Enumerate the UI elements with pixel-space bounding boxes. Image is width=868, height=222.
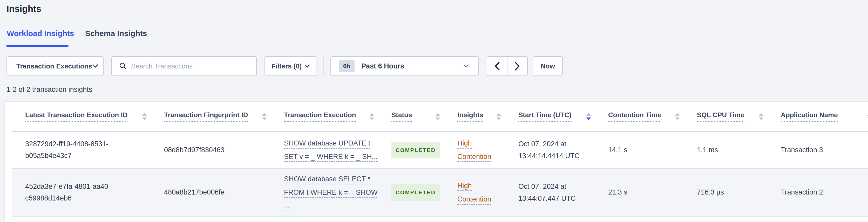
- cell-contention-time: 21.3 s: [595, 187, 684, 198]
- time-range-label: Past 6 Hours: [361, 62, 464, 70]
- transaction-execution-link[interactable]: SHOW database UPDATE t SET v = _ WHERE k…: [271, 136, 378, 163]
- insight-link[interactable]: High Contention: [457, 179, 498, 206]
- cell-execution-id: 452da3e7-e7fa-4801-aa40- c59988d14eb6: [12, 181, 151, 204]
- column-header-status[interactable]: Status: [378, 102, 444, 131]
- chevron-down-icon: [305, 65, 310, 68]
- page-title: Insights: [6, 4, 41, 14]
- cell-insights: High Contention: [444, 179, 505, 206]
- tab-schema-insights[interactable]: Schema Insights: [85, 29, 147, 38]
- chevron-down-icon: [464, 64, 469, 68]
- sort-arrows-icon: [370, 113, 374, 120]
- previous-range-button[interactable]: [487, 56, 507, 76]
- table-header-row: Latest Transaction Execution ID Transact…: [12, 102, 868, 132]
- sort-arrows-icon: [759, 113, 764, 120]
- active-tab-indicator: [6, 45, 68, 47]
- cell-start-time: Oct 07, 2024 at 13:44:07.447 UTC: [505, 181, 595, 204]
- sort-arrows-icon: [497, 113, 501, 120]
- results-summary: 1-2 of 2 transaction insights: [6, 86, 92, 94]
- insights-table-card: Latest Transaction Execution ID Transact…: [4, 101, 868, 222]
- cell-application-name: Transaction 3: [768, 144, 868, 156]
- cell-start-time: Oct 07, 2024 at 13:44:14.4414 UTC: [505, 138, 595, 162]
- now-button[interactable]: Now: [533, 56, 563, 76]
- cell-sql-cpu-time: 1.1 ms: [684, 144, 768, 156]
- table-row: 452da3e7-e7fa-4801-aa40- c59988d14eb6 48…: [12, 168, 868, 217]
- search-input[interactable]: [131, 62, 250, 70]
- cell-application-name: Transaction 2: [768, 187, 868, 198]
- status-badge: COMPLETED: [392, 141, 440, 158]
- chevron-right-icon: [515, 62, 520, 70]
- column-header-start-time[interactable]: Start Time (UTC): [505, 102, 595, 131]
- next-range-button[interactable]: [507, 56, 528, 76]
- time-range-arrows: [487, 56, 528, 76]
- column-header-sql-cpu-time[interactable]: SQL CPU Time: [684, 102, 768, 131]
- table-row: 328729d2-ff19-4408-8531- b05a5b4e43c7 08…: [12, 132, 868, 168]
- cell-insights: High Contention: [444, 136, 505, 163]
- time-range-picker[interactable]: 6h Past 6 Hours: [331, 56, 478, 76]
- toolbar-divider: [323, 56, 324, 76]
- cell-sql-cpu-time: 716.3 µs: [684, 187, 768, 198]
- cell-fingerprint-id: 480a8b217be006fe: [151, 187, 271, 198]
- time-range-badge: 6h: [339, 60, 354, 72]
- sort-arrows-icon: [675, 113, 680, 120]
- now-button-label: Now: [541, 62, 555, 70]
- column-header-transaction-fingerprint-id[interactable]: Transaction Fingerprint ID: [151, 102, 271, 131]
- transaction-type-dropdown[interactable]: Transaction Executions: [6, 56, 103, 76]
- sort-arrows-icon: [262, 113, 267, 120]
- column-header-contention-time[interactable]: Contention Time: [595, 102, 684, 131]
- search-icon: [119, 62, 127, 70]
- insight-link[interactable]: High Contention: [457, 136, 498, 163]
- cell-execution-id: 328729d2-ff19-4408-8531- b05a5b4e43c7: [12, 138, 151, 162]
- chevron-down-icon: [92, 64, 98, 68]
- sort-arrows-icon: [142, 113, 147, 120]
- status-badge: COMPLETED: [392, 184, 440, 201]
- cell-status: COMPLETED: [378, 184, 444, 201]
- transaction-execution-link[interactable]: SHOW database SELECT * FROM t WHERE k = …: [271, 172, 378, 213]
- chevron-left-icon: [494, 62, 500, 70]
- cell-contention-time: 14.1 s: [595, 144, 684, 156]
- column-header-transaction-execution[interactable]: Transaction Execution: [271, 102, 378, 131]
- sort-arrows-icon: [436, 113, 440, 120]
- tabs-divider: [6, 45, 868, 46]
- column-header-latest-transaction-execution-id[interactable]: Latest Transaction Execution ID: [12, 102, 151, 131]
- search-container: [111, 56, 257, 76]
- filters-button-label: Filters (0): [271, 62, 302, 70]
- column-header-insights[interactable]: Insights: [444, 102, 505, 131]
- filters-button[interactable]: Filters (0): [265, 56, 316, 76]
- column-header-application-name[interactable]: Application Name: [768, 102, 868, 131]
- cell-fingerprint-id: 08d8b7d97f830463: [151, 144, 271, 156]
- tab-workload-insights[interactable]: Workload Insights: [7, 29, 74, 38]
- transaction-type-dropdown-label: Transaction Executions: [17, 62, 92, 70]
- cell-status: COMPLETED: [378, 141, 444, 158]
- sort-arrows-icon-active-desc: [586, 113, 591, 120]
